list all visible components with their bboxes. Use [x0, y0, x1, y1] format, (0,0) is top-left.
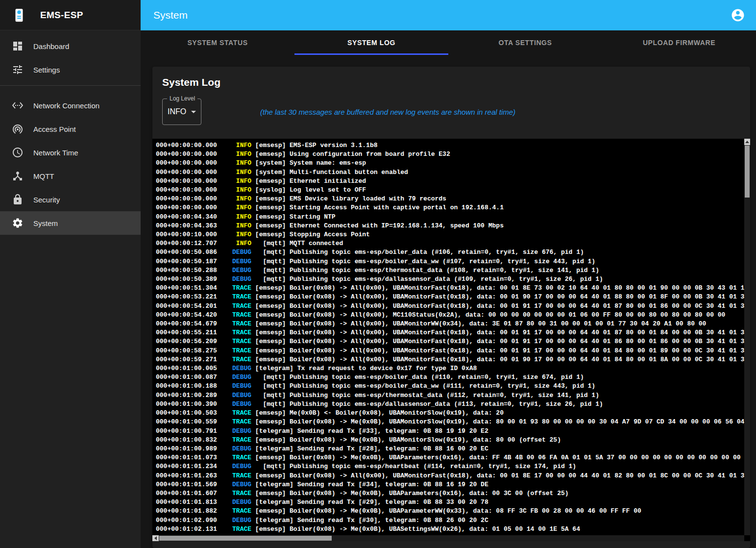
- scroll-left-arrow-icon[interactable]: [152, 535, 159, 541]
- content: System Log Log Level INFO (the last 30 m…: [141, 55, 756, 548]
- log-line: 000+00:00:00.000 INFO [emsesp] Ethernet …: [156, 177, 744, 186]
- log-line: 000+00:01:00.005 DEBUG [telegram] Tx rea…: [156, 364, 744, 373]
- horizontal-scrollbar-thumb[interactable]: [159, 536, 332, 541]
- log-line: 000+00:01:00.559 TRACE [emsesp] Boiler(0…: [156, 418, 744, 426]
- log-line: 000+00:01:00.503 TRACE [emsesp] Me(0x0B)…: [156, 409, 744, 418]
- dashboard-icon: [12, 40, 24, 52]
- sidebar-item-label: Network Time: [33, 149, 78, 157]
- sidebar-item-label: Access Point: [33, 125, 76, 133]
- sidebar-item-security[interactable]: Security: [0, 188, 141, 211]
- log-line: 000+00:01:00.791 DEBUG [telegram] Sendin…: [156, 427, 744, 436]
- log-buffer-note: (the last 30 messages are buffered and n…: [260, 108, 515, 116]
- sidebar-item-network-time[interactable]: Network Time: [0, 141, 141, 164]
- emsesp-logo-icon: [12, 8, 26, 23]
- log-viewer[interactable]: 000+00:00:00.000 INFO [emsesp] EMS-ESP v…: [152, 139, 750, 541]
- log-line: 000+00:00:00.000 INFO [emsesp] Using con…: [156, 150, 744, 159]
- log-line: 000+00:01:02.090 DEBUG [telegram] Sendin…: [156, 516, 744, 525]
- log-line: 000+00:00:51.304 TRACE [emsesp] Boiler(0…: [156, 284, 744, 293]
- sidebar: EMS-ESP DashboardSettings Network Connec…: [0, 0, 141, 548]
- log-line: 000+00:00:53.221 TRACE [emsesp] Boiler(0…: [156, 293, 744, 301]
- log-line: 000+00:00:04.363 INFO [emsesp] Ethernet …: [156, 222, 744, 230]
- card-title: System Log: [162, 76, 740, 88]
- log-line: 000+00:00:00.000 INFO [system] System na…: [156, 159, 744, 168]
- log-line: 000+00:01:01.263 TRACE [emsesp] Boiler(0…: [156, 472, 744, 480]
- sidebar-item-access-point[interactable]: Access Point: [0, 117, 141, 141]
- account-circle-icon: [731, 8, 745, 23]
- log-level-label: Log Level: [167, 95, 197, 102]
- system-log-card: System Log Log Level INFO (the last 30 m…: [152, 67, 750, 548]
- log-line: 000+00:00:12.707 INFO [mqtt] MQTT connec…: [156, 239, 744, 248]
- sidebar-item-label: Security: [33, 196, 60, 204]
- log-line: 000+00:00:59.271 TRACE [emsesp] Boiler(0…: [156, 355, 744, 364]
- sidebar-item-settings[interactable]: Settings: [0, 58, 141, 81]
- appbar: System: [141, 0, 756, 30]
- brand-title: EMS-ESP: [40, 10, 83, 21]
- log-line: 000+00:01:01.234 DEBUG [mqtt] Publishing…: [156, 462, 744, 471]
- log-line: 000+00:00:54.201 TRACE [emsesp] Boiler(0…: [156, 302, 744, 311]
- log-line: 000+00:00:54.679 TRACE [emsesp] Boiler(0…: [156, 320, 744, 328]
- log-line: 000+00:01:00.087 DEBUG [mqtt] Publishing…: [156, 373, 744, 382]
- log-line: 000+00:01:01.813 DEBUG [telegram] Sendin…: [156, 498, 744, 507]
- log-line: 000+00:00:50.389 DEBUG [mqtt] Publishing…: [156, 275, 744, 284]
- ethernet-icon: [12, 100, 24, 111]
- log-line: 000+00:00:50.086 DEBUG [mqtt] Publishing…: [156, 248, 744, 257]
- main-area: System SYSTEM STATUSSYSTEM LOGOTA SETTIN…: [141, 0, 756, 548]
- clock-icon: [12, 147, 24, 158]
- log-line: 000+00:00:54.420 TRACE [emsesp] Boiler(0…: [156, 311, 744, 320]
- log-level-select[interactable]: Log Level INFO: [162, 99, 201, 125]
- sidebar-item-label: MQTT: [33, 172, 54, 180]
- dropdown-arrow-icon: [191, 111, 196, 113]
- sidebar-secondary-nav: Network ConnectionAccess PointNetwork Ti…: [0, 86, 141, 235]
- log-line: 000+00:00:10.000 INFO [emsesp] Stopping …: [156, 230, 744, 239]
- brand: EMS-ESP: [0, 0, 141, 30]
- log-line: 000+00:01:00.390 DEBUG [mqtt] Publishing…: [156, 400, 744, 409]
- log-line: 000+00:00:50.187 DEBUG [mqtt] Publishing…: [156, 257, 744, 266]
- log-line: 000+00:00:04.340 INFO [emsesp] Starting …: [156, 213, 744, 222]
- log-line: 000+00:01:02.131 TRACE [emsesp] Boiler(0…: [156, 525, 744, 534]
- log-line: 000+00:01:01.569 DEBUG [telegram] Sendin…: [156, 480, 744, 489]
- sidebar-item-dashboard[interactable]: Dashboard: [0, 34, 141, 58]
- tab-bar: SYSTEM STATUSSYSTEM LOGOTA SETTINGSUPLOA…: [141, 30, 756, 55]
- tab-ota-settings[interactable]: OTA SETTINGS: [448, 30, 602, 55]
- tune-icon: [12, 64, 24, 75]
- log-line: 000+00:00:58.275 TRACE [emsesp] Boiler(0…: [156, 347, 744, 355]
- log-line: 000+00:01:00.188 DEBUG [mqtt] Publishing…: [156, 382, 744, 391]
- tab-upload-firmware[interactable]: UPLOAD FIRMWARE: [602, 30, 756, 55]
- log-line: 000+00:00:00.000 INFO [system] Multi-fun…: [156, 168, 744, 177]
- log-controls: Log Level INFO (the last 30 messages are…: [162, 99, 740, 125]
- sidebar-item-network-connection[interactable]: Network Connection: [0, 94, 141, 117]
- account-button[interactable]: [731, 8, 745, 23]
- tab-system-log[interactable]: SYSTEM LOG: [294, 30, 448, 55]
- log-lines: 000+00:00:00.000 INFO [emsesp] EMS-ESP v…: [152, 139, 744, 535]
- log-line: 000+00:00:55.211 TRACE [emsesp] Boiler(0…: [156, 328, 744, 337]
- log-line: 000+00:01:00.989 DEBUG [telegram] Sendin…: [156, 445, 744, 453]
- scroll-up-arrow-icon[interactable]: [744, 139, 750, 145]
- log-line: 000+00:00:00.000 INFO [emsesp] EMS Devic…: [156, 195, 744, 203]
- page-title: System: [153, 9, 188, 21]
- sidebar-primary-nav: DashboardSettings: [0, 30, 141, 81]
- log-line: 000+00:00:00.000 INFO [syslog] Log level…: [156, 186, 744, 195]
- log-line: 000+00:01:00.832 TRACE [emsesp] Boiler(0…: [156, 436, 744, 445]
- log-line: 000+00:00:00.000 INFO [emsesp] Starting …: [156, 203, 744, 212]
- log-line: 000+00:00:00.000 INFO [emsesp] EMS-ESP v…: [156, 141, 744, 150]
- sidebar-item-label: Network Connection: [33, 101, 99, 110]
- log-line: 000+00:00:50.288 DEBUG [mqtt] Publishing…: [156, 266, 744, 275]
- log-line: 000+00:01:01.073 TRACE [emsesp] Boiler(0…: [156, 453, 744, 462]
- vertical-scrollbar[interactable]: [744, 139, 750, 535]
- emsesp-app: EMS-ESP DashboardSettings Network Connec…: [0, 0, 756, 548]
- sidebar-item-label: System: [33, 219, 58, 227]
- sidebar-item-mqtt[interactable]: MQTT: [0, 164, 141, 188]
- log-line: 000+00:01:01.882 TRACE [emsesp] Boiler(0…: [156, 507, 744, 516]
- sidebar-item-label: Settings: [33, 66, 60, 74]
- log-line: 000+00:01:00.289 DEBUG [mqtt] Publishing…: [156, 391, 744, 400]
- card-head: System Log: [152, 67, 750, 88]
- device-hub-icon: [12, 170, 24, 182]
- horizontal-scrollbar[interactable]: [152, 535, 744, 541]
- wifi-tethering-icon: [12, 123, 24, 135]
- log-line: 000+00:01:01.607 TRACE [emsesp] Boiler(0…: [156, 489, 744, 498]
- vertical-scrollbar-thumb[interactable]: [745, 146, 750, 198]
- gear-icon: [12, 217, 24, 229]
- sidebar-item-label: Dashboard: [33, 42, 69, 50]
- sidebar-item-system[interactable]: System: [0, 211, 141, 235]
- tab-system-status[interactable]: SYSTEM STATUS: [141, 30, 294, 55]
